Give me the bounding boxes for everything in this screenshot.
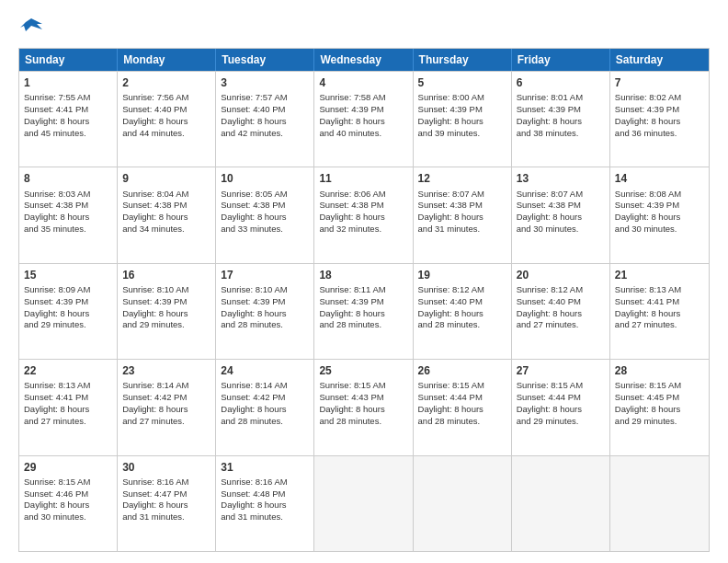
day-info-line: Sunset: 4:38 PM xyxy=(24,200,112,212)
day-info-line: and 44 minutes. xyxy=(122,128,210,140)
day-number: 11 xyxy=(319,171,407,186)
logo-icon xyxy=(18,15,44,40)
day-info-line: and 45 minutes. xyxy=(24,128,112,140)
day-number: 18 xyxy=(319,268,407,282)
calendar-cell: 12Sunrise: 8:07 AMSunset: 4:38 PMDayligh… xyxy=(414,167,512,262)
svg-marker-0 xyxy=(20,18,42,31)
calendar-cell: 19Sunrise: 8:12 AMSunset: 4:40 PMDayligh… xyxy=(414,264,512,359)
day-number: 9 xyxy=(122,171,210,186)
day-info-line: Sunset: 4:48 PM xyxy=(221,488,309,500)
calendar-cell: 16Sunrise: 8:10 AMSunset: 4:39 PMDayligh… xyxy=(118,264,216,359)
day-number: 1 xyxy=(24,75,112,90)
calendar-cell: 29Sunrise: 8:15 AMSunset: 4:46 PMDayligh… xyxy=(19,456,118,551)
day-info-line: and 29 minutes. xyxy=(122,319,210,331)
calendar-cell: 1Sunrise: 7:55 AMSunset: 4:41 PMDaylight… xyxy=(19,72,118,167)
calendar-cell-empty xyxy=(314,456,413,551)
day-number: 13 xyxy=(517,171,605,186)
day-info-line: Sunrise: 8:13 AM xyxy=(24,380,112,392)
day-info-line: Sunset: 4:41 PM xyxy=(24,392,112,404)
day-info-line: Daylight: 8 hours xyxy=(122,500,210,511)
calendar-header-cell: Sunday xyxy=(19,49,118,71)
day-number: 16 xyxy=(122,268,210,282)
day-info-line: Sunrise: 8:04 AM xyxy=(122,189,210,201)
day-info-line: Sunrise: 8:15 AM xyxy=(615,380,704,392)
day-info-line: Sunrise: 8:07 AM xyxy=(517,189,605,201)
calendar-cell-empty xyxy=(610,456,709,551)
day-info-line: Sunset: 4:42 PM xyxy=(221,392,309,404)
day-info-line: and 31 minutes. xyxy=(122,511,210,523)
calendar-week-row: 29Sunrise: 8:15 AMSunset: 4:46 PMDayligh… xyxy=(19,455,709,551)
day-info-line: Sunset: 4:44 PM xyxy=(517,392,605,404)
day-info-line: Sunrise: 8:10 AM xyxy=(122,284,210,296)
day-info-line: Sunset: 4:40 PM xyxy=(122,104,210,116)
calendar-cell: 22Sunrise: 8:13 AMSunset: 4:41 PMDayligh… xyxy=(19,360,118,454)
day-info-line: Daylight: 8 hours xyxy=(122,404,210,416)
day-info-line: Sunset: 4:40 PM xyxy=(418,296,506,308)
day-info-line: Sunset: 4:38 PM xyxy=(122,200,210,212)
day-info-line: and 39 minutes. xyxy=(418,128,506,140)
day-info-line: and 40 minutes. xyxy=(319,128,407,140)
day-info-line: Daylight: 8 hours xyxy=(122,212,210,224)
day-info-line: Daylight: 8 hours xyxy=(221,308,309,320)
day-info-line: Daylight: 8 hours xyxy=(615,212,704,224)
calendar-cell: 21Sunrise: 8:13 AMSunset: 4:41 PMDayligh… xyxy=(610,264,709,359)
day-info-line: Sunrise: 7:55 AM xyxy=(24,92,112,104)
calendar-cell: 9Sunrise: 8:04 AMSunset: 4:38 PMDaylight… xyxy=(118,167,216,262)
day-info-line: and 28 minutes. xyxy=(221,416,309,428)
day-info-line: Daylight: 8 hours xyxy=(221,500,309,511)
day-info-line: Daylight: 8 hours xyxy=(418,116,506,128)
day-info-line: Sunset: 4:39 PM xyxy=(24,296,112,308)
day-number: 23 xyxy=(122,363,210,378)
logo xyxy=(18,15,48,40)
day-info-line: Daylight: 8 hours xyxy=(517,308,605,320)
day-info-line: Daylight: 8 hours xyxy=(221,404,309,416)
day-info-line: Daylight: 8 hours xyxy=(122,308,210,320)
day-info-line: Sunrise: 8:00 AM xyxy=(418,92,506,104)
day-info-line: Sunrise: 8:16 AM xyxy=(221,477,309,488)
page: SundayMondayTuesdayWednesdayThursdayFrid… xyxy=(0,0,728,563)
day-info-line: Sunset: 4:39 PM xyxy=(221,296,309,308)
day-info-line: and 28 minutes. xyxy=(418,416,506,428)
calendar-header-cell: Friday xyxy=(512,49,610,71)
calendar-cell: 27Sunrise: 8:15 AMSunset: 4:44 PMDayligh… xyxy=(512,360,610,454)
day-info-line: Sunset: 4:46 PM xyxy=(24,488,112,500)
day-info-line: and 29 minutes. xyxy=(615,416,704,428)
calendar-cell-empty xyxy=(414,456,512,551)
day-info-line: Sunrise: 8:11 AM xyxy=(319,284,407,296)
calendar-cell: 23Sunrise: 8:14 AMSunset: 4:42 PMDayligh… xyxy=(118,360,216,454)
calendar-header-cell: Thursday xyxy=(414,49,512,71)
day-info-line: Sunrise: 8:15 AM xyxy=(418,380,506,392)
day-info-line: and 27 minutes. xyxy=(122,416,210,428)
day-info-line: Sunset: 4:40 PM xyxy=(517,296,605,308)
day-info-line: Sunrise: 8:16 AM xyxy=(122,477,210,488)
calendar-cell: 17Sunrise: 8:10 AMSunset: 4:39 PMDayligh… xyxy=(216,264,314,359)
day-info-line: and 27 minutes. xyxy=(615,319,704,331)
day-info-line: Sunrise: 8:10 AM xyxy=(221,284,309,296)
day-info-line: Sunrise: 8:14 AM xyxy=(122,380,210,392)
day-info-line: and 27 minutes. xyxy=(24,416,112,428)
day-number: 29 xyxy=(24,460,112,475)
day-number: 27 xyxy=(517,363,605,378)
day-number: 28 xyxy=(615,363,704,378)
day-info-line: Sunrise: 8:15 AM xyxy=(319,380,407,392)
day-number: 14 xyxy=(615,171,704,186)
day-info-line: Sunset: 4:39 PM xyxy=(615,104,704,116)
day-info-line: Sunrise: 8:01 AM xyxy=(517,92,605,104)
day-number: 25 xyxy=(319,363,407,378)
day-info-line: Sunset: 4:39 PM xyxy=(122,296,210,308)
calendar-cell: 15Sunrise: 8:09 AMSunset: 4:39 PMDayligh… xyxy=(19,264,118,359)
day-info-line: Sunrise: 8:15 AM xyxy=(24,477,112,488)
day-info-line: Daylight: 8 hours xyxy=(418,404,506,416)
day-info-line: Sunset: 4:39 PM xyxy=(615,200,704,212)
calendar-cell: 5Sunrise: 8:00 AMSunset: 4:39 PMDaylight… xyxy=(414,72,512,167)
day-number: 17 xyxy=(221,268,309,282)
calendar-cell: 10Sunrise: 8:05 AMSunset: 4:38 PMDayligh… xyxy=(216,167,314,262)
day-info-line: Sunrise: 8:07 AM xyxy=(418,189,506,201)
day-info-line: and 31 minutes. xyxy=(221,511,309,523)
day-number: 3 xyxy=(221,75,309,90)
day-info-line: Sunset: 4:39 PM xyxy=(319,296,407,308)
calendar-cell: 28Sunrise: 8:15 AMSunset: 4:45 PMDayligh… xyxy=(610,360,709,454)
day-number: 2 xyxy=(122,75,210,90)
day-info-line: Sunset: 4:38 PM xyxy=(221,200,309,212)
day-info-line: and 28 minutes. xyxy=(319,416,407,428)
